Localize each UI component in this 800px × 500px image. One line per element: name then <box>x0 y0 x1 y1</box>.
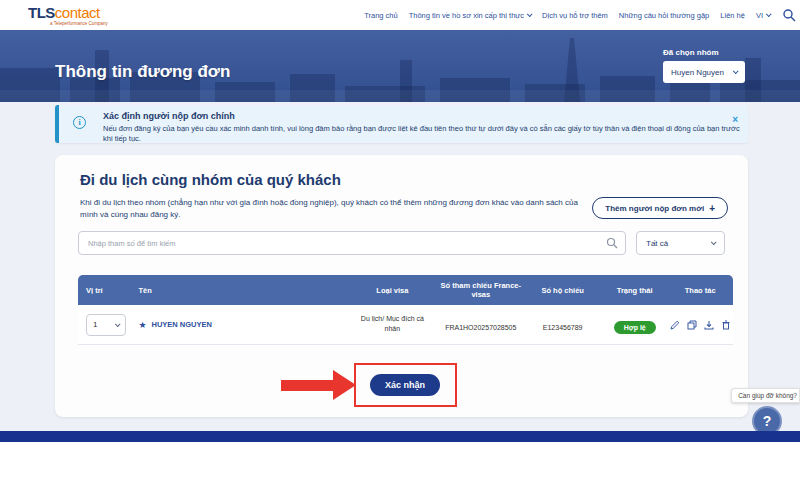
position-dropdown[interactable]: 1 <box>86 314 126 336</box>
copy-icon[interactable] <box>687 320 697 330</box>
group-selector-label: Đã chọn nhóm <box>663 48 745 57</box>
search-icon <box>606 237 618 249</box>
info-banner: i Xác định người nộp đơn chính Nếu đơn đ… <box>55 105 748 143</box>
nav-item-home[interactable]: Trang chủ <box>364 11 398 20</box>
column-header-reference: Số tham chiếu France-visas <box>438 281 523 299</box>
confirm-button[interactable]: Xác nhận <box>370 374 440 396</box>
search-icon[interactable] <box>782 8 796 22</box>
column-header-actions: Thao tác <box>667 286 733 295</box>
download-icon[interactable] <box>704 320 714 330</box>
passport-number: E123456789 <box>543 324 583 331</box>
filter-dropdown-value: Tất cả <box>646 239 668 248</box>
table-row: 1 ★ HUYEN NGUYEN Du lịch/ Mục đích cá nh… <box>78 305 733 345</box>
reference-number: FRA1HO20257028505 <box>445 324 516 331</box>
nav-links: Trang chủ Thông tin về hồ sơ xin cấp thị… <box>364 0 770 30</box>
page: TLScontact a Teleperformance Company Tra… <box>0 0 800 500</box>
hero-banner: Thông tin đương đơn Đã chọn nhóm Huyen N… <box>0 30 800 102</box>
edit-icon[interactable] <box>670 320 680 330</box>
info-banner-body: Nếu đơn đăng ký của bạn yêu cầu xác minh… <box>103 124 743 144</box>
nav-item-contact[interactable]: Liên hệ <box>720 11 745 20</box>
row-actions <box>667 320 733 330</box>
search-row: Tất cả <box>78 231 725 255</box>
logo-tls: TLS <box>28 4 55 21</box>
column-header-visa-type: Loại visa <box>347 286 439 295</box>
nav-item-faq[interactable]: Những câu hỏi thường gặp <box>619 11 709 20</box>
chevron-down-icon <box>733 68 739 74</box>
add-applicant-label: Thêm người nộp đơn mới <box>605 204 704 213</box>
chevron-down-icon <box>527 11 533 17</box>
card-description: Khi đi du lịch theo nhóm (chẳng hạn như … <box>80 197 580 222</box>
nav-item-additional-services[interactable]: Dịch vụ hỗ trợ thêm <box>542 11 608 20</box>
column-header-position: Vị trí <box>78 286 130 295</box>
position-value: 1 <box>93 320 97 329</box>
applicants-table: Vị trí Tên Loại visa Số tham chiếu Franc… <box>78 275 733 345</box>
logo-contact: contact <box>55 4 100 21</box>
search-input[interactable] <box>78 231 626 255</box>
table-header-row: Vị trí Tên Loại visa Số tham chiếu Franc… <box>78 275 733 305</box>
top-navigation: TLScontact a Teleperformance Company Tra… <box>0 0 800 30</box>
chevron-down-icon <box>711 239 717 245</box>
star-icon: ★ <box>138 320 146 330</box>
column-header-passport: Số hộ chiếu <box>523 286 602 295</box>
close-icon[interactable]: × <box>732 115 738 125</box>
chevron-down-icon <box>766 11 772 17</box>
plus-icon: + <box>709 203 715 214</box>
footer-bar <box>0 431 800 442</box>
delete-icon[interactable] <box>721 320 731 330</box>
question-mark-icon: ? <box>763 413 772 429</box>
tlscontact-logo[interactable]: TLScontact a Teleperformance Company <box>28 5 108 27</box>
annotation-arrow <box>281 380 333 391</box>
visa-type: Du lịch/ Mục đích cá nhân <box>356 314 428 332</box>
info-icon: i <box>73 116 86 129</box>
help-tooltip: Cần giúp đỡ không? <box>731 388 800 403</box>
column-header-status: Trạng thái <box>602 286 668 295</box>
applicant-name: HUYEN NGUYEN <box>151 320 211 329</box>
group-dropdown-value: Huyen Nguyen <box>671 68 724 77</box>
column-header-name: Tên <box>130 286 346 295</box>
card-title: Đi du lịch cùng nhóm của quý khách <box>80 171 341 188</box>
page-title: Thông tin đương đơn <box>55 62 230 82</box>
filter-dropdown[interactable]: Tất cả <box>636 231 725 255</box>
group-selector: Đã chọn nhóm Huyen Nguyen <box>663 48 745 83</box>
nav-item-visa-info[interactable]: Thông tin về hồ sơ xin cấp thị thực <box>409 11 531 20</box>
status-badge: Hợp lệ <box>614 321 656 334</box>
logo-tagline: a Teleperformance Company <box>50 22 108 27</box>
info-banner-title: Xác định người nộp đơn chính <box>103 111 235 121</box>
language-selector[interactable]: VI <box>756 11 770 20</box>
annotation-arrow-head <box>333 370 356 400</box>
chevron-down-icon <box>115 321 121 327</box>
add-applicant-button[interactable]: Thêm người nộp đơn mới + <box>592 197 728 219</box>
group-dropdown[interactable]: Huyen Nguyen <box>663 61 745 83</box>
